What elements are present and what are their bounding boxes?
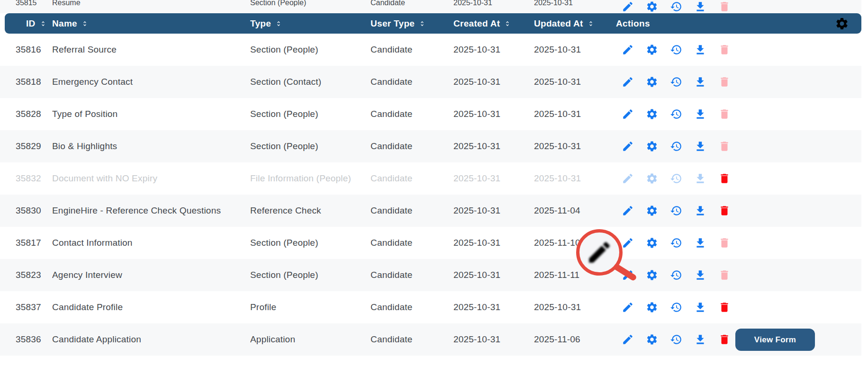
- view-form-button[interactable]: View Form: [735, 329, 815, 351]
- cell-created-at: 2025-10-31: [453, 141, 534, 152]
- column-header-user-type[interactable]: User Type: [371, 18, 453, 29]
- settings-gear-icon[interactable]: [646, 172, 658, 185]
- edit-pencil-icon[interactable]: [622, 108, 634, 120]
- edit-pencil-icon[interactable]: [622, 0, 634, 13]
- trash-icon[interactable]: [718, 140, 731, 152]
- edit-pencil-icon[interactable]: [622, 301, 634, 313]
- history-icon[interactable]: [670, 108, 682, 120]
- edit-pencil-icon[interactable]: [622, 140, 634, 152]
- history-icon[interactable]: [670, 269, 682, 281]
- settings-gear-icon[interactable]: [646, 44, 658, 56]
- history-icon[interactable]: [670, 140, 682, 152]
- trash-icon[interactable]: [718, 108, 731, 120]
- partial-row-actions: [616, 0, 731, 13]
- history-icon[interactable]: [670, 237, 682, 249]
- sort-chevrons-icon[interactable]: [81, 20, 88, 27]
- cell-type: File Information (People): [250, 173, 371, 184]
- cell-type: Section (People): [250, 0, 371, 7]
- settings-gear-icon[interactable]: [646, 269, 658, 281]
- cell-user-type: Candidate: [371, 238, 453, 248]
- trash-icon[interactable]: [718, 44, 731, 56]
- cell-name: Candidate Profile: [52, 302, 250, 312]
- settings-gear-icon[interactable]: [646, 333, 658, 346]
- download-icon[interactable]: [694, 301, 706, 313]
- download-icon[interactable]: [694, 333, 706, 346]
- download-icon[interactable]: [694, 237, 706, 249]
- cell-created-at: 2025-10-31: [453, 173, 534, 184]
- edit-pencil-icon[interactable]: [622, 44, 634, 56]
- sort-chevrons-icon[interactable]: [504, 20, 511, 27]
- history-icon[interactable]: [670, 333, 682, 346]
- cell-name: Document with NO Expiry: [52, 173, 250, 184]
- edit-pencil-icon[interactable]: [622, 172, 634, 185]
- cell-id: 35830: [0, 205, 52, 216]
- cell-name: Agency Interview: [52, 270, 250, 280]
- trash-icon[interactable]: [718, 76, 731, 88]
- table-header: ID Name Type User Type Created At Update…: [5, 13, 861, 34]
- settings-gear-icon[interactable]: [646, 205, 658, 217]
- download-icon[interactable]: [694, 108, 706, 120]
- table-row: 35837 Candidate Profile Profile Candidat…: [0, 291, 861, 323]
- column-header-label: User Type: [371, 18, 415, 29]
- trash-icon[interactable]: [718, 333, 731, 346]
- cell-id: 35836: [0, 334, 52, 345]
- sort-chevrons-icon[interactable]: [40, 20, 46, 27]
- edit-pencil-icon[interactable]: [622, 333, 634, 346]
- history-icon[interactable]: [670, 0, 682, 13]
- column-header-created-at[interactable]: Created At: [453, 18, 534, 29]
- cell-created-at: 2025-10-31: [453, 302, 534, 312]
- column-header-label: ID: [26, 18, 36, 29]
- settings-gear-icon[interactable]: [646, 76, 658, 88]
- trash-icon[interactable]: [718, 269, 731, 281]
- settings-gear-icon[interactable]: [646, 301, 658, 313]
- cell-updated-at: 2025-10-31: [534, 77, 616, 87]
- download-icon[interactable]: [694, 140, 706, 152]
- history-icon[interactable]: [670, 76, 682, 88]
- table-settings-gear-icon[interactable]: [835, 17, 849, 31]
- column-header-label: Updated At: [534, 18, 583, 29]
- settings-gear-icon[interactable]: [646, 108, 658, 120]
- trash-icon[interactable]: [718, 237, 731, 249]
- edit-pencil-icon[interactable]: [622, 237, 634, 249]
- cell-user-type: Candidate: [371, 109, 453, 119]
- column-header-id[interactable]: ID: [5, 18, 52, 29]
- trash-icon[interactable]: [718, 301, 731, 313]
- cell-name: Candidate Application: [52, 334, 250, 345]
- column-header-updated-at[interactable]: Updated At: [534, 18, 616, 29]
- download-icon[interactable]: [694, 269, 706, 281]
- sort-chevrons-icon[interactable]: [419, 20, 425, 27]
- settings-gear-icon[interactable]: [646, 0, 658, 13]
- row-actions: [616, 205, 739, 217]
- history-icon[interactable]: [670, 44, 682, 56]
- history-icon[interactable]: [670, 301, 682, 313]
- download-icon[interactable]: [694, 76, 706, 88]
- column-header-type[interactable]: Type: [250, 18, 371, 29]
- download-icon[interactable]: [694, 205, 706, 217]
- download-icon[interactable]: [694, 0, 706, 13]
- sort-chevrons-icon[interactable]: [588, 20, 594, 27]
- table-row: 35830 EngineHire - Reference Check Quest…: [0, 195, 861, 227]
- sort-chevrons-icon[interactable]: [275, 20, 282, 27]
- download-icon[interactable]: [694, 172, 706, 185]
- partial-table-row: 35815 Resume Section (People) Candidate …: [0, 0, 861, 13]
- edit-pencil-icon[interactable]: [622, 76, 634, 88]
- cell-created-at: 2025-10-31: [453, 0, 534, 7]
- cell-user-type: Candidate: [371, 205, 453, 216]
- trash-icon[interactable]: [718, 0, 731, 13]
- history-icon[interactable]: [670, 205, 682, 217]
- row-actions: [616, 108, 739, 120]
- download-icon[interactable]: [694, 44, 706, 56]
- edit-pencil-icon[interactable]: [622, 269, 634, 281]
- cell-id: 35828: [0, 109, 52, 119]
- cell-name: EngineHire - Reference Check Questions: [52, 205, 250, 216]
- edit-pencil-icon[interactable]: [622, 205, 634, 217]
- table-row: 35818 Emergency Contact Section (Contact…: [0, 66, 861, 98]
- settings-gear-icon[interactable]: [646, 140, 658, 152]
- trash-icon[interactable]: [718, 172, 731, 185]
- trash-icon[interactable]: [718, 205, 731, 217]
- cell-updated-at: 2025-11-10: [534, 238, 616, 248]
- column-header-name[interactable]: Name: [52, 18, 250, 29]
- cell-user-type: Candidate: [371, 45, 453, 55]
- settings-gear-icon[interactable]: [646, 237, 658, 249]
- history-icon[interactable]: [670, 172, 682, 185]
